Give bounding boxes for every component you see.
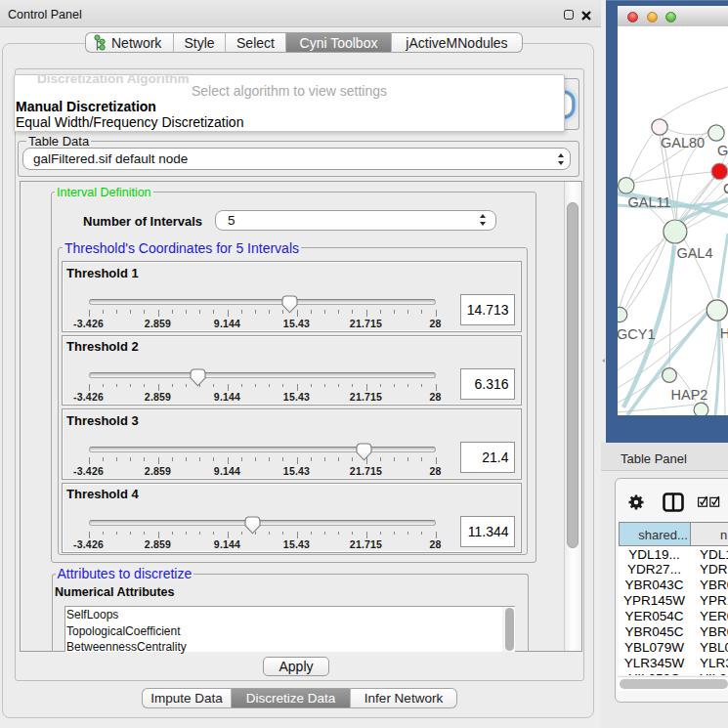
svg-text:C: C: [723, 181, 728, 196]
svg-text:GAL4: GAL4: [676, 245, 712, 261]
svg-text:GAL80: GAL80: [661, 135, 705, 150]
svg-text:HAP2: HAP2: [671, 387, 708, 403]
svg-text:H: H: [720, 325, 728, 341]
svg-text:GCY1: GCY1: [618, 326, 656, 342]
svg-text:GAL11: GAL11: [628, 194, 671, 210]
svg-text:G.: G.: [717, 143, 728, 158]
